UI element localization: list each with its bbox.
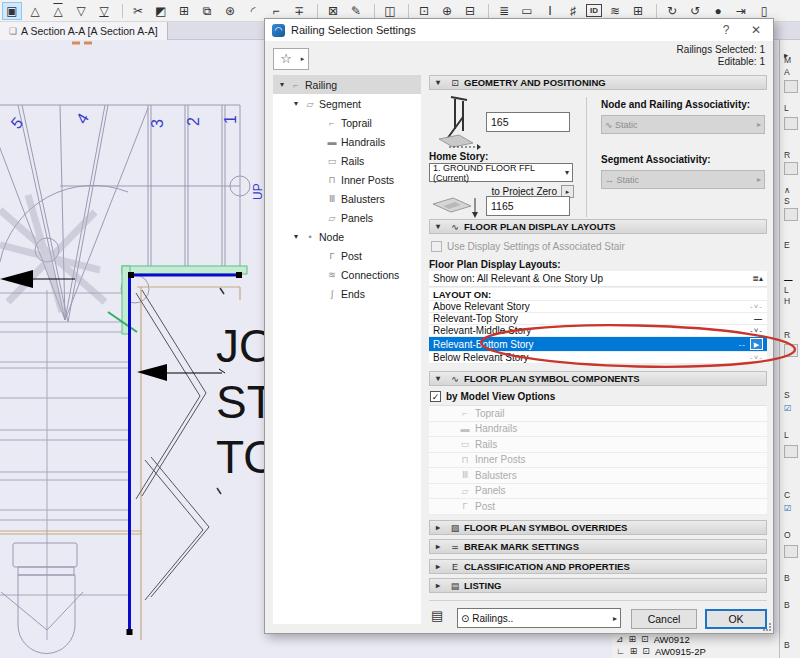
close-button[interactable]: ✕	[741, 19, 771, 41]
scissors-icon[interactable]: ✂	[128, 2, 148, 20]
tree-item-balusters[interactable]: Ⅲ Balusters	[273, 189, 421, 208]
section-collapsed-arrow[interactable]: ▸	[430, 542, 446, 551]
section-expand-arrow[interactable]: ▾	[430, 374, 446, 383]
row-settings-button[interactable]: ▶	[750, 338, 763, 350]
hatch-fill-icon[interactable]: ◩	[151, 2, 171, 20]
toolbar-separator[interactable]	[122, 4, 123, 18]
favorites-flyout-arrow[interactable]: ▸	[297, 48, 309, 70]
component-balusters[interactable]: Ⅲ Balusters	[429, 468, 767, 484]
window-row-aw0915[interactable]: ∟ ⊞ ⊡ AW0915-2P	[612, 645, 779, 657]
favorites-button[interactable]: ☆	[273, 48, 299, 70]
cancel-button[interactable]: Cancel	[631, 609, 697, 629]
node-associativity-dropdown[interactable]: ∿ Static ▸	[601, 115, 765, 134]
chevron-down-icon[interactable]: ▾	[291, 232, 301, 241]
triangle-up-limit-icon[interactable]: △	[48, 2, 68, 20]
layout-row-relevant-bottom[interactable]: Relevant-Bottom Story -- ▶	[429, 337, 767, 352]
tree-item-handrails[interactable]: ▬ Handrails	[273, 132, 421, 151]
exit-icon[interactable]: ⇥	[731, 2, 751, 20]
pickup-parameters-icon[interactable]: ⊞	[174, 2, 194, 20]
doc-check-icon[interactable]: ▯	[754, 2, 774, 20]
section-collapsed-arrow[interactable]: ▸	[430, 523, 446, 532]
railing-tool-icon[interactable]: ♯	[563, 2, 583, 20]
tree-item-post[interactable]: Γ Post	[273, 246, 421, 265]
layers-stack-icon[interactable]: ≣	[494, 2, 514, 20]
profile-ibeam-icon[interactable]: Ⅰ	[540, 2, 560, 20]
refresh-options-icon[interactable]: ↺	[685, 2, 705, 20]
ok-button[interactable]: OK	[705, 609, 767, 629]
section-classification[interactable]: ▸ E CLASSIFICATION AND PROPERTIES	[429, 559, 767, 574]
fillet-icon[interactable]: ◜	[243, 2, 263, 20]
component-handrails[interactable]: ▬ Handrails	[429, 422, 767, 438]
layout-row-relevant-top[interactable]: Relevant-Top Story —	[429, 313, 767, 325]
toolbar-separator[interactable]	[408, 4, 409, 18]
tree-item-inner-posts[interactable]: ⊓ Inner Posts	[273, 170, 421, 189]
section-listing[interactable]: ▸ ▤ LISTING	[429, 578, 767, 593]
toolbar-separator[interactable]	[488, 4, 489, 18]
toolbar-separator[interactable]	[317, 4, 318, 18]
dialog-title: Railing Selection Settings	[291, 24, 416, 36]
section-fp-symbol-components[interactable]: ▾ ∿ FLOOR PLAN SYMBOL COMPONENTS	[429, 371, 767, 386]
section-fp-symbol-overrides[interactable]: ▸ ▨ FLOOR PLAN SYMBOL OVERRIDES	[429, 520, 767, 535]
intersect-icon[interactable]: ⌐	[266, 2, 286, 20]
tree-item-segment[interactable]: ▾ ▱ Segment	[273, 94, 421, 113]
toolbar-separator[interactable]	[656, 4, 657, 18]
segment-associativity-dropdown[interactable]: ↔ Static ▸	[601, 170, 765, 189]
triangle-down-limit-icon[interactable]: ▽	[94, 2, 114, 20]
triangle-down-icon[interactable]: ▽	[71, 2, 91, 20]
resize-grip[interactable]	[763, 623, 771, 631]
tree-item-ends[interactable]: ∫ Ends	[273, 284, 421, 303]
tree-item-railing[interactable]: ▾ ⌐ Railing	[273, 75, 421, 94]
copy-icon[interactable]: ⊡	[414, 2, 434, 20]
section-break-mark-settings[interactable]: ▸ ≃ BREAK MARK SETTINGS	[429, 539, 767, 554]
paste-icon[interactable]: ⊟	[460, 2, 480, 20]
component-post[interactable]: Γ Post	[429, 499, 767, 515]
section-geometry-positioning[interactable]: ▾ ⊡ GEOMETRY AND POSITIONING	[429, 75, 767, 90]
railing-height-input[interactable]: 165	[486, 112, 570, 132]
component-toprail[interactable]: ⌐ Toprail	[429, 406, 767, 422]
tree-item-toprail[interactable]: ⌐ Toprail	[273, 113, 421, 132]
tree-item-panels[interactable]: ▱ Panels	[273, 208, 421, 227]
section-expand-arrow[interactable]: ▾	[430, 78, 446, 87]
refresh-icon[interactable]: ↻	[662, 2, 682, 20]
label-icon[interactable]: ▭	[517, 2, 537, 20]
component-rails[interactable]: ▭ Rails	[429, 437, 767, 453]
chevron-down-icon[interactable]: ▾	[291, 99, 301, 108]
tab-section-a-a[interactable]: ❏ A Section A-A [A Section A-A]	[0, 22, 168, 40]
drill-icon[interactable]: ⊛	[220, 2, 240, 20]
copy-add-icon[interactable]: ⊕	[437, 2, 457, 20]
layout-row-relevant-middle[interactable]: Relevant-Middle Story -˅-	[429, 325, 767, 337]
lock-copy-icon[interactable]: ⊞	[628, 2, 648, 20]
layout-row-below-relevant[interactable]: Below Relevant Story -˅-	[429, 352, 767, 364]
polygon-edit-icon[interactable]: ✎	[346, 2, 366, 20]
window-row-aw0912[interactable]: ⊿ ⊞ ⊡ AW0912	[612, 633, 779, 645]
component-panels[interactable]: ▱ Panels	[429, 484, 767, 500]
tree-item-connections[interactable]: ≋ Connections	[273, 265, 421, 284]
show-on-row[interactable]: Show on: All Relevant & One Story Up ≣▴	[429, 271, 767, 287]
toolbar-separator[interactable]	[374, 4, 375, 18]
dialog-title-bar[interactable]: ◠ Railing Selection Settings	[265, 19, 773, 41]
id-icon[interactable]: ID	[586, 4, 602, 17]
tree-item-node[interactable]: ▾ • Node	[273, 227, 421, 246]
home-story-dropdown[interactable]: 1. GROUND FLOOR FFL (Current) ▾	[429, 163, 573, 182]
chevron-down-icon[interactable]: ▾	[277, 80, 287, 89]
tree-item-rails[interactable]: ▭ Rails	[273, 151, 421, 170]
help-button[interactable]: ?	[711, 19, 741, 41]
inject-parameters-icon[interactable]: ⧉	[197, 2, 217, 20]
layout-row-above-relevant[interactable]: Above Relevant Story -˅-	[429, 301, 767, 313]
marquee-icon[interactable]: ▣	[2, 2, 22, 20]
plug-icon[interactable]: ●	[708, 2, 728, 20]
section-collapsed-arrow[interactable]: ▸	[430, 581, 446, 590]
layer-dropdown[interactable]: ⊙ Railings.. ▸	[457, 608, 621, 628]
adjust-icon[interactable]: ∓	[289, 2, 309, 20]
box-x-icon[interactable]: ⊠	[323, 2, 343, 20]
section-collapsed-arrow[interactable]: ▸	[430, 562, 446, 571]
by-model-view-options-checkbox[interactable]: ✓	[430, 391, 441, 402]
use-stair-settings-checkbox[interactable]	[431, 241, 442, 252]
triangle-up-icon[interactable]: △	[25, 2, 45, 20]
spray-icon[interactable]: ≋	[605, 2, 625, 20]
offset-to-project-zero-input[interactable]: 1165	[486, 196, 570, 216]
component-inner-posts[interactable]: ⊓ Inner Posts	[429, 453, 767, 469]
section-expand-arrow[interactable]: ▾	[430, 222, 446, 231]
section-fp-display-layouts[interactable]: ▾ ∿ FLOOR PLAN DISPLAY LAYOUTS	[429, 219, 767, 234]
edit-selection-icon[interactable]: ◫	[380, 2, 400, 20]
